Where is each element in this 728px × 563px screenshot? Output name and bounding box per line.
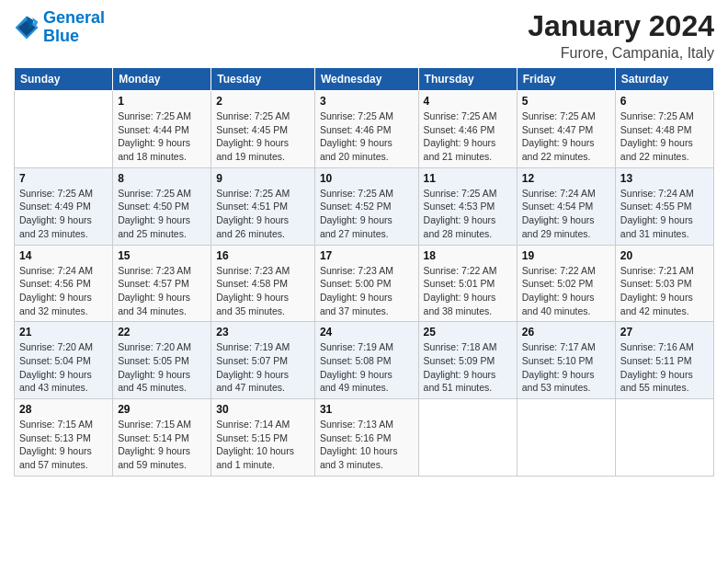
day-info: Sunrise: 7:23 AMSunset: 4:58 PMDaylight:… bbox=[216, 264, 310, 318]
day-info: Sunrise: 7:25 AMSunset: 4:52 PMDaylight:… bbox=[320, 187, 414, 241]
day-number: 1 bbox=[118, 95, 206, 108]
day-cell: 2Sunrise: 7:25 AMSunset: 4:45 PMDaylight… bbox=[211, 91, 315, 168]
day-cell: 11Sunrise: 7:25 AMSunset: 4:53 PMDayligh… bbox=[418, 167, 517, 245]
day-info: Sunrise: 7:25 AMSunset: 4:44 PMDaylight:… bbox=[118, 109, 206, 164]
day-cell: 20Sunrise: 7:21 AMSunset: 5:03 PMDayligh… bbox=[615, 245, 713, 322]
week-row-4: 21Sunrise: 7:20 AMSunset: 5:04 PMDayligh… bbox=[15, 322, 714, 399]
day-info: Sunrise: 7:25 AMSunset: 4:49 PMDaylight:… bbox=[19, 187, 108, 241]
day-cell: 14Sunrise: 7:24 AMSunset: 4:56 PMDayligh… bbox=[15, 245, 113, 322]
day-info: Sunrise: 7:24 AMSunset: 4:54 PMDaylight:… bbox=[522, 187, 610, 241]
day-number: 16 bbox=[216, 249, 310, 262]
page: General Blue January 2024 Furore, Campan… bbox=[0, 0, 728, 563]
day-number: 19 bbox=[522, 249, 610, 262]
day-info: Sunrise: 7:15 AMSunset: 5:13 PMDaylight:… bbox=[19, 418, 108, 472]
day-cell: 6Sunrise: 7:25 AMSunset: 4:48 PMDaylight… bbox=[615, 91, 713, 168]
calendar-header-row: SundayMondayTuesdayWednesdayThursdayFrid… bbox=[15, 68, 714, 91]
day-number: 2 bbox=[216, 95, 310, 108]
header: General Blue January 2024 Furore, Campan… bbox=[14, 9, 714, 62]
location-title: Furore, Campania, Italy bbox=[528, 45, 714, 62]
day-number: 25 bbox=[424, 326, 512, 339]
day-cell bbox=[517, 399, 615, 477]
week-row-3: 14Sunrise: 7:24 AMSunset: 4:56 PMDayligh… bbox=[15, 245, 714, 322]
day-info: Sunrise: 7:22 AMSunset: 5:02 PMDaylight:… bbox=[522, 264, 610, 318]
day-info: Sunrise: 7:13 AMSunset: 5:16 PMDaylight:… bbox=[320, 418, 414, 472]
day-cell: 3Sunrise: 7:25 AMSunset: 4:46 PMDaylight… bbox=[314, 91, 418, 168]
day-number: 5 bbox=[522, 95, 610, 108]
logo-text: General Blue bbox=[43, 9, 105, 46]
column-header-wednesday: Wednesday bbox=[314, 68, 418, 91]
day-cell: 10Sunrise: 7:25 AMSunset: 4:52 PMDayligh… bbox=[314, 167, 418, 245]
day-info: Sunrise: 7:17 AMSunset: 5:10 PMDaylight:… bbox=[522, 340, 610, 395]
logo-blue: Blue bbox=[43, 27, 79, 45]
day-cell: 17Sunrise: 7:23 AMSunset: 5:00 PMDayligh… bbox=[314, 245, 418, 322]
day-info: Sunrise: 7:25 AMSunset: 4:53 PMDaylight:… bbox=[424, 187, 512, 241]
column-header-friday: Friday bbox=[517, 68, 615, 91]
day-info: Sunrise: 7:23 AMSunset: 4:57 PMDaylight:… bbox=[118, 264, 206, 318]
day-cell: 31Sunrise: 7:13 AMSunset: 5:16 PMDayligh… bbox=[314, 399, 418, 477]
day-number: 15 bbox=[118, 249, 206, 262]
day-info: Sunrise: 7:20 AMSunset: 5:05 PMDaylight:… bbox=[118, 340, 206, 395]
day-number: 18 bbox=[424, 249, 512, 262]
logo-icon bbox=[14, 15, 40, 40]
day-cell: 30Sunrise: 7:14 AMSunset: 5:15 PMDayligh… bbox=[211, 399, 315, 477]
day-info: Sunrise: 7:16 AMSunset: 5:11 PMDaylight:… bbox=[620, 340, 709, 395]
day-number: 31 bbox=[320, 403, 414, 416]
day-info: Sunrise: 7:25 AMSunset: 4:51 PMDaylight:… bbox=[216, 187, 310, 241]
day-info: Sunrise: 7:22 AMSunset: 5:01 PMDaylight:… bbox=[424, 264, 512, 318]
day-info: Sunrise: 7:25 AMSunset: 4:45 PMDaylight:… bbox=[216, 109, 310, 164]
day-number: 9 bbox=[216, 172, 310, 185]
day-number: 30 bbox=[216, 403, 310, 416]
day-info: Sunrise: 7:20 AMSunset: 5:04 PMDaylight:… bbox=[19, 340, 108, 395]
day-info: Sunrise: 7:23 AMSunset: 5:00 PMDaylight:… bbox=[320, 264, 414, 318]
day-cell: 29Sunrise: 7:15 AMSunset: 5:14 PMDayligh… bbox=[113, 399, 211, 477]
day-info: Sunrise: 7:25 AMSunset: 4:47 PMDaylight:… bbox=[522, 109, 610, 164]
day-number: 24 bbox=[320, 326, 414, 339]
day-number: 4 bbox=[424, 95, 512, 108]
day-cell bbox=[418, 399, 517, 477]
day-info: Sunrise: 7:24 AMSunset: 4:55 PMDaylight:… bbox=[620, 187, 709, 241]
day-cell: 23Sunrise: 7:19 AMSunset: 5:07 PMDayligh… bbox=[211, 322, 315, 399]
day-cell: 24Sunrise: 7:19 AMSunset: 5:08 PMDayligh… bbox=[314, 322, 418, 399]
day-info: Sunrise: 7:14 AMSunset: 5:15 PMDaylight:… bbox=[216, 418, 310, 472]
day-info: Sunrise: 7:25 AMSunset: 4:48 PMDaylight:… bbox=[620, 109, 709, 164]
column-header-monday: Monday bbox=[113, 68, 211, 91]
column-header-tuesday: Tuesday bbox=[211, 68, 315, 91]
day-number: 20 bbox=[620, 249, 709, 262]
day-cell: 1Sunrise: 7:25 AMSunset: 4:44 PMDaylight… bbox=[113, 91, 211, 168]
day-number: 7 bbox=[19, 172, 108, 185]
day-cell: 13Sunrise: 7:24 AMSunset: 4:55 PMDayligh… bbox=[615, 167, 713, 245]
title-block: January 2024 Furore, Campania, Italy bbox=[528, 9, 714, 62]
day-cell bbox=[15, 91, 113, 168]
day-cell: 5Sunrise: 7:25 AMSunset: 4:47 PMDaylight… bbox=[517, 91, 615, 168]
day-cell: 12Sunrise: 7:24 AMSunset: 4:54 PMDayligh… bbox=[517, 167, 615, 245]
day-number: 3 bbox=[320, 95, 414, 108]
day-info: Sunrise: 7:24 AMSunset: 4:56 PMDaylight:… bbox=[19, 264, 108, 318]
day-info: Sunrise: 7:25 AMSunset: 4:46 PMDaylight:… bbox=[320, 109, 414, 164]
day-number: 23 bbox=[216, 326, 310, 339]
day-number: 12 bbox=[522, 172, 610, 185]
column-header-thursday: Thursday bbox=[418, 68, 517, 91]
day-info: Sunrise: 7:15 AMSunset: 5:14 PMDaylight:… bbox=[118, 418, 206, 472]
column-header-saturday: Saturday bbox=[615, 68, 713, 91]
day-number: 21 bbox=[19, 326, 108, 339]
day-info: Sunrise: 7:19 AMSunset: 5:07 PMDaylight:… bbox=[216, 340, 310, 395]
week-row-1: 1Sunrise: 7:25 AMSunset: 4:44 PMDaylight… bbox=[15, 91, 714, 168]
day-number: 26 bbox=[522, 326, 610, 339]
day-cell: 26Sunrise: 7:17 AMSunset: 5:10 PMDayligh… bbox=[517, 322, 615, 399]
column-header-sunday: Sunday bbox=[15, 68, 113, 91]
day-info: Sunrise: 7:18 AMSunset: 5:09 PMDaylight:… bbox=[424, 340, 512, 395]
logo-general: General bbox=[43, 8, 105, 27]
logo: General Blue bbox=[14, 9, 105, 46]
day-cell: 19Sunrise: 7:22 AMSunset: 5:02 PMDayligh… bbox=[517, 245, 615, 322]
week-row-5: 28Sunrise: 7:15 AMSunset: 5:13 PMDayligh… bbox=[15, 399, 714, 477]
day-cell: 25Sunrise: 7:18 AMSunset: 5:09 PMDayligh… bbox=[418, 322, 517, 399]
day-info: Sunrise: 7:21 AMSunset: 5:03 PMDaylight:… bbox=[620, 264, 709, 318]
day-info: Sunrise: 7:25 AMSunset: 4:50 PMDaylight:… bbox=[118, 187, 206, 241]
day-number: 10 bbox=[320, 172, 414, 185]
day-cell: 9Sunrise: 7:25 AMSunset: 4:51 PMDaylight… bbox=[211, 167, 315, 245]
day-number: 29 bbox=[118, 403, 206, 416]
calendar-table: SundayMondayTuesdayWednesdayThursdayFrid… bbox=[14, 67, 714, 477]
day-cell: 8Sunrise: 7:25 AMSunset: 4:50 PMDaylight… bbox=[113, 167, 211, 245]
day-number: 27 bbox=[620, 326, 709, 339]
day-number: 13 bbox=[620, 172, 709, 185]
